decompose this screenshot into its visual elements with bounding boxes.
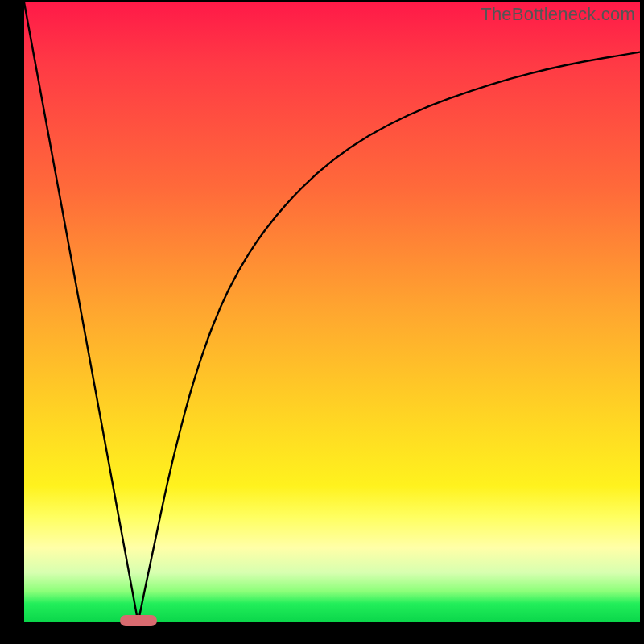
right-curve-line: [138, 52, 640, 622]
chart-lines: [24, 2, 640, 622]
watermark-text: TheBottleneck.com: [481, 4, 635, 25]
chart-frame: TheBottleneck.com: [0, 0, 644, 644]
left-descent-line: [24, 2, 138, 622]
plot-area: TheBottleneck.com: [24, 2, 640, 622]
optimum-marker: [120, 615, 157, 626]
